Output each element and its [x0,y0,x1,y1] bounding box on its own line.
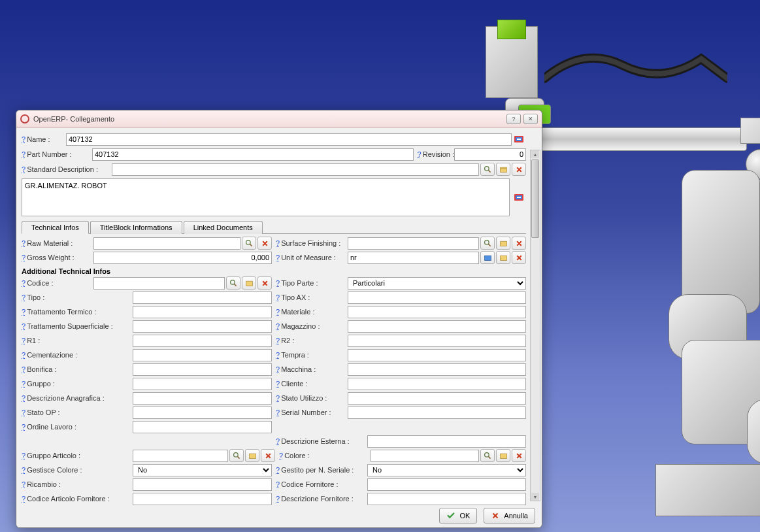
help-icon[interactable]: ? [22,322,25,330]
materiale-input[interactable] [348,306,526,318]
stato-util-input[interactable] [348,392,526,405]
cliente-input[interactable] [348,378,526,390]
help-icon[interactable]: ? [22,480,25,488]
help-icon[interactable]: ? [22,135,25,143]
tab-titleblock[interactable]: TitleBlock Informations [90,221,182,234]
help-icon[interactable]: ? [22,239,25,247]
stato-op-input[interactable] [133,407,272,419]
codice-input[interactable] [93,277,225,290]
search-icon[interactable] [226,276,240,290]
help-icon[interactable]: ? [22,308,25,316]
help-icon[interactable]: ? [276,351,280,359]
cod-forn-input[interactable] [367,478,526,491]
help-icon[interactable]: ? [22,254,25,261]
help-icon[interactable]: ? [22,150,25,158]
open-icon[interactable] [496,251,510,264]
help-icon[interactable]: ? [276,322,280,330]
open-icon[interactable] [496,163,510,176]
search-icon[interactable] [229,449,244,462]
gest-colore-select[interactable]: No [133,464,272,476]
titlebar[interactable]: OpenERP- Collegamento ? ✕ [16,110,542,127]
help-icon[interactable]: ? [22,165,25,173]
clear-icon[interactable] [512,251,526,264]
help-icon[interactable]: ? [22,365,25,373]
open-icon[interactable] [245,449,259,462]
help-icon[interactable]: ? [276,279,280,287]
help-icon[interactable]: ? [22,380,25,388]
help-icon[interactable]: ? [22,279,25,287]
cancel-button[interactable]: Annulla [484,508,535,524]
open-icon[interactable] [496,449,510,462]
help-icon[interactable]: ? [276,408,280,416]
stddesc-input[interactable] [112,163,479,176]
name-input[interactable] [66,133,512,146]
help-icon[interactable]: ? [276,239,280,247]
gruppo-input[interactable] [133,378,272,390]
clear-icon[interactable] [261,449,275,462]
close-button[interactable]: ✕ [523,114,538,124]
open-icon[interactable] [242,276,256,290]
help-icon[interactable]: ? [22,408,25,416]
help-icon[interactable]: ? [276,437,280,445]
ok-button[interactable]: OK [439,508,477,524]
r1-input[interactable] [133,335,272,347]
gross-weight-input[interactable] [93,252,272,264]
search-icon[interactable] [480,163,495,176]
tab-technical-infos[interactable]: Technical Infos [22,221,89,234]
scroll-down-icon[interactable]: ▼ [531,493,539,501]
cod-art-forn-input[interactable] [133,493,272,505]
clear-icon[interactable] [257,276,272,290]
translate-icon[interactable] [512,133,526,146]
tratt-term-input[interactable] [133,306,272,318]
search-icon[interactable] [480,237,495,250]
scroll-up-icon[interactable]: ▲ [531,150,539,158]
serial-input[interactable] [348,407,526,419]
macchina-input[interactable] [348,363,526,376]
help-icon[interactable]: ? [276,480,280,488]
uom-input[interactable] [348,252,479,264]
help-icon[interactable]: ? [22,337,25,344]
tab-linked-docs[interactable]: Linked Documents [184,221,263,234]
help-icon[interactable]: ? [276,308,280,316]
help-icon[interactable]: ? [276,466,280,474]
help-icon[interactable]: ? [276,337,280,344]
help-icon[interactable]: ? [22,394,25,402]
clear-icon[interactable] [512,163,526,176]
clear-icon[interactable] [512,237,526,250]
partnum-input[interactable] [92,148,414,161]
help-button[interactable]: ? [506,114,521,124]
help-icon[interactable]: ? [276,495,280,503]
raw-material-input[interactable] [93,237,240,250]
tratt-sup-input[interactable] [133,320,272,333]
folder-icon[interactable] [480,251,495,264]
tempra-input[interactable] [348,349,526,361]
help-icon[interactable]: ? [22,293,25,301]
help-icon[interactable]: ? [22,423,25,431]
colore-input[interactable] [371,450,479,462]
r2-input[interactable] [348,335,526,347]
description-textarea[interactable]: GR.ALIMENTAZ. ROBOT [22,178,510,216]
revision-input[interactable] [454,148,526,161]
bonifica-input[interactable] [133,363,272,376]
gest-serial-select[interactable]: No [367,464,526,476]
search-icon[interactable] [480,449,495,462]
desc-forn-input[interactable] [367,493,526,505]
help-icon[interactable]: ? [276,380,280,388]
clear-icon[interactable] [257,237,272,250]
cementazione-input[interactable] [133,349,272,361]
desc-est-input[interactable] [367,435,526,448]
tipo-parte-select[interactable]: Particolari [348,277,526,290]
help-icon[interactable]: ? [279,452,283,459]
help-icon[interactable]: ? [276,254,280,261]
desc-anag-input[interactable] [133,392,272,405]
help-icon[interactable]: ? [22,466,25,474]
gruppo-art-input[interactable] [133,450,228,462]
translate-icon[interactable] [512,191,526,204]
help-icon[interactable]: ? [276,293,280,301]
scrollbar-thumb[interactable] [531,159,539,238]
help-icon[interactable]: ? [22,351,25,359]
help-icon[interactable]: ? [418,150,421,158]
clear-icon[interactable] [512,449,526,462]
tipo-input[interactable] [133,291,272,304]
tipo-ax-input[interactable] [348,291,526,304]
